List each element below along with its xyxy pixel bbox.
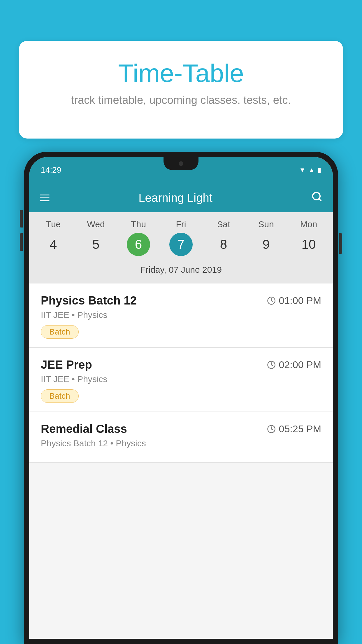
- class-time: 01:00 PM: [267, 295, 321, 306]
- day-name: Sat: [217, 219, 230, 229]
- phone-screen: 14:29 ▼ ▲ ▮ Learning Light: [29, 157, 333, 639]
- bubble-title: Time-Table: [42, 58, 320, 88]
- days-row: Tue4Wed5Thu6Fri7Sat8Sun9Mon10: [29, 219, 333, 256]
- status-icons: ▼ ▲ ▮: [299, 166, 321, 174]
- time-text: 02:00 PM: [279, 359, 321, 370]
- day-number[interactable]: 10: [297, 233, 320, 256]
- battery-icon: ▮: [318, 166, 321, 174]
- volume-down-button[interactable]: [20, 233, 23, 251]
- day-number[interactable]: 5: [84, 233, 108, 256]
- day-number[interactable]: 4: [42, 233, 65, 256]
- schedule-list: Physics Batch 1201:00 PMIIT JEE • Physic…: [29, 284, 333, 463]
- day-name: Sun: [258, 219, 274, 229]
- day-col[interactable]: Mon10: [290, 219, 328, 256]
- svg-line-1: [319, 199, 321, 201]
- day-name: Thu: [131, 219, 146, 229]
- clock-icon: [267, 360, 276, 369]
- day-col[interactable]: Thu6: [120, 219, 157, 256]
- schedule-item[interactable]: Remedial Class05:25 PMPhysics Batch 12 •…: [29, 412, 333, 463]
- selected-date-label: Friday, 07 June 2019: [29, 261, 333, 281]
- day-col[interactable]: Wed5: [77, 219, 115, 256]
- day-name: Fri: [176, 219, 186, 229]
- day-col[interactable]: Fri7: [162, 219, 200, 256]
- clock-icon: [267, 296, 276, 305]
- day-number[interactable]: 8: [212, 233, 235, 256]
- clock-icon: [267, 425, 276, 433]
- status-bar: 14:29 ▼ ▲ ▮: [29, 157, 333, 183]
- speech-bubble: Time-Table track timetable, upcoming cla…: [19, 41, 343, 139]
- day-col[interactable]: Sat8: [205, 219, 242, 256]
- class-name: Physics Batch 12: [41, 294, 137, 307]
- day-number[interactable]: 6: [127, 233, 150, 256]
- power-button[interactable]: [339, 233, 342, 254]
- search-icon[interactable]: [311, 191, 322, 205]
- app-title: Learning Light: [58, 191, 293, 204]
- camera: [179, 161, 183, 166]
- class-details: IIT JEE • Physics: [41, 374, 321, 384]
- time-text: 01:00 PM: [279, 295, 321, 306]
- batch-badge: Batch: [41, 389, 79, 403]
- calendar-strip: Tue4Wed5Thu6Fri7Sat8Sun9Mon10 Friday, 07…: [29, 212, 333, 284]
- day-name: Tue: [46, 219, 61, 229]
- app-bar: Learning Light: [29, 183, 333, 212]
- volume-up-button[interactable]: [20, 210, 23, 228]
- class-time: 05:25 PM: [267, 423, 321, 435]
- schedule-item[interactable]: Physics Batch 1201:00 PMIIT JEE • Physic…: [29, 284, 333, 348]
- day-name: Wed: [87, 219, 105, 229]
- bubble-subtitle: track timetable, upcoming classes, tests…: [42, 94, 320, 106]
- day-number[interactable]: 9: [254, 233, 278, 256]
- status-time: 14:29: [41, 165, 61, 175]
- class-time: 02:00 PM: [267, 359, 321, 370]
- menu-icon[interactable]: [40, 195, 50, 201]
- phone-notch: [164, 157, 198, 170]
- signal-icon: ▲: [308, 166, 315, 174]
- class-details: IIT JEE • Physics: [41, 310, 321, 320]
- speech-bubble-container: Time-Table track timetable, upcoming cla…: [19, 41, 343, 139]
- time-text: 05:25 PM: [279, 423, 321, 435]
- day-col[interactable]: Sun9: [247, 219, 285, 256]
- day-col[interactable]: Tue4: [34, 219, 72, 256]
- phone-frame: 14:29 ▼ ▲ ▮ Learning Light: [24, 152, 338, 644]
- day-number[interactable]: 7: [169, 233, 193, 256]
- day-name: Mon: [300, 219, 317, 229]
- schedule-item[interactable]: JEE Prep02:00 PMIIT JEE • PhysicsBatch: [29, 348, 333, 412]
- class-details: Physics Batch 12 • Physics: [41, 438, 321, 448]
- batch-badge: Batch: [41, 325, 79, 339]
- class-name: Remedial Class: [41, 422, 127, 435]
- wifi-icon: ▼: [299, 166, 305, 174]
- class-name: JEE Prep: [41, 358, 92, 371]
